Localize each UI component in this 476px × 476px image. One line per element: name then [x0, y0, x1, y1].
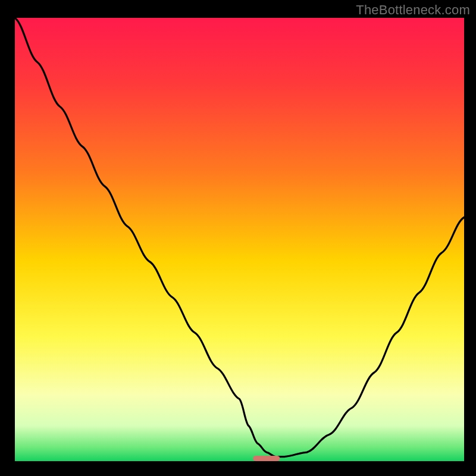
optimal-marker: [253, 456, 280, 461]
bottleneck-plot: [0, 0, 476, 476]
plot-background: [15, 18, 464, 461]
chart-frame: TheBottleneck.com: [0, 0, 476, 476]
watermark-text: TheBottleneck.com: [356, 2, 470, 18]
